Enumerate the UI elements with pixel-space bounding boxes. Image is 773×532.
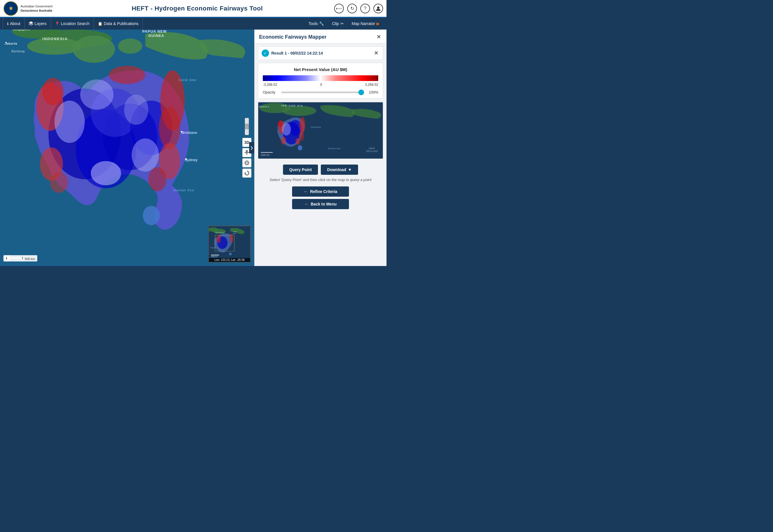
svg-text:Ocean: Ocean <box>210 247 216 249</box>
color-scale-section: Net Present Value (AU $M) -3,268.52 0 3,… <box>258 63 383 99</box>
thumbnail-map: Jakarta a IND ONE SIA Tasman Sea Coral S… <box>258 102 383 159</box>
svg-point-27 <box>124 95 148 125</box>
svg-point-78 <box>281 137 286 145</box>
nav-about[interactable]: ℹ About <box>3 18 25 30</box>
svg-text:Brisbane: Brisbane <box>182 130 198 135</box>
svg-text:Coral Sea: Coral Sea <box>178 78 196 82</box>
layers-icon <box>29 21 33 26</box>
svg-point-77 <box>299 131 304 141</box>
svg-point-56 <box>230 234 233 243</box>
result-check-icon: ✓ <box>262 49 269 57</box>
svg-point-40 <box>185 158 187 160</box>
map-info-button[interactable]: i <box>3 255 10 261</box>
svg-point-22 <box>109 66 145 84</box>
app-header: ⚜ Australian Government Geoscience Austr… <box>0 0 386 18</box>
svg-text:2000 km: 2000 km <box>211 256 218 257</box>
result-check: ✓ Result 1 - 08/02/22 14:22:14 <box>262 49 323 57</box>
query-point-button[interactable]: Query Point <box>283 165 318 175</box>
opacity-row: Opacity 100% <box>263 90 378 94</box>
panel-expand-handle[interactable]: ❯ <box>249 142 254 153</box>
svg-text:Tasman Sea: Tasman Sea <box>328 147 340 150</box>
scale-max-label: 3,268.52 <box>365 83 378 87</box>
map-area[interactable]: Singapore Jakarta Bandung INDONESIA PAPU… <box>0 30 254 266</box>
app-title: HEFT - Hydrogen Economic Fairways Tool <box>60 5 334 12</box>
svg-text:NEW: NEW <box>369 147 375 150</box>
svg-text:Coral: Coral <box>233 230 237 232</box>
logo-text: Australian Government Geoscience Austral… <box>20 4 53 13</box>
svg-point-25 <box>132 138 159 172</box>
publications-icon: 📋 <box>98 22 102 26</box>
back-to-menu-button[interactable]: ← Back to Menu <box>292 199 349 209</box>
svg-text:Sydney: Sydney <box>184 158 198 162</box>
panel-close-button[interactable]: ✕ <box>375 34 382 40</box>
svg-text:Sea: Sea <box>233 232 236 234</box>
color-scale-title: Net Present Value (AU $M) <box>263 67 378 72</box>
svg-text:PAPUA NEW: PAPUA NEW <box>142 30 167 34</box>
location-icon: 📍 <box>55 22 59 26</box>
svg-point-76 <box>300 117 305 133</box>
svg-point-55 <box>217 235 221 243</box>
result-item: ✓ Result 1 - 08/02/22 14:22:14 ✕ <box>258 46 383 60</box>
svg-point-2 <box>377 7 379 9</box>
navbar: ℹ About Layers 📍 Location Search 📋 Data … <box>0 18 386 30</box>
nav-data-publications[interactable]: 📋 Data & Publications <box>94 18 143 30</box>
download-arrow-icon: ▼ <box>348 167 352 172</box>
svg-point-28 <box>143 206 160 225</box>
result-close-button[interactable]: ✕ <box>373 50 379 57</box>
secondary-buttons: ← Refine Criteria ← Back to Menu <box>258 186 383 209</box>
svg-point-39 <box>181 131 182 132</box>
government-crest: ⚜ <box>3 1 18 16</box>
svg-text:INDONESIA: INDONESIA <box>215 232 225 233</box>
svg-point-19 <box>148 167 167 191</box>
download-button[interactable]: Download ▼ <box>321 165 358 175</box>
svg-text:Bandung: Bandung <box>11 49 24 53</box>
narrator-icon: ▶ <box>377 21 380 26</box>
nav-layers[interactable]: Layers <box>25 18 51 30</box>
result-label: Result 1 - 08/02/22 14:22:14 <box>271 51 323 55</box>
user-icon[interactable] <box>373 4 383 13</box>
scale-min-label: -3,268.52 <box>263 83 277 87</box>
map-coordinates: Lon: 133.13, Lat: -28.58 <box>209 258 250 262</box>
svg-point-24 <box>80 79 113 109</box>
query-hint: Select 'Query Point' and then click on t… <box>258 178 383 182</box>
svg-text:Jakarta a: Jakarta a <box>259 105 269 108</box>
mini-map: Ocean INDONESIA Coral Sea 2000 km Lon: 1… <box>208 226 251 263</box>
main-content: Singapore Jakarta Bandung INDONESIA PAPU… <box>0 30 386 266</box>
svg-text:ZEALAND: ZEALAND <box>366 150 378 153</box>
map-globe-button[interactable] <box>242 158 252 167</box>
back-arrow-icon: ← <box>304 202 308 206</box>
refine-arrow-icon: ← <box>304 189 308 194</box>
nav-location-search[interactable]: 📍 Location Search <box>51 18 94 30</box>
nav-tools[interactable]: Tools 🔧 <box>305 18 328 30</box>
refresh-icon[interactable]: ↻ <box>347 4 357 13</box>
svg-point-15 <box>42 78 64 105</box>
svg-text:GUINEA: GUINEA <box>148 34 164 38</box>
header-icons: ⟵ ↻ ? <box>334 4 383 13</box>
clip-icon: ✂ <box>340 21 344 26</box>
map-reset-button[interactable] <box>242 169 252 178</box>
svg-point-17 <box>159 107 180 149</box>
svg-point-26 <box>91 161 121 185</box>
svg-point-7 <box>72 36 115 63</box>
opacity-slider[interactable] <box>281 92 364 93</box>
back-icon[interactable]: ⟵ <box>334 4 344 13</box>
nav-clip[interactable]: Clip ✂ <box>328 18 348 30</box>
svg-text:Tasman Sea: Tasman Sea <box>172 188 194 192</box>
refine-criteria-button[interactable]: ← Refine Criteria <box>292 186 349 197</box>
svg-text:Singapore: Singapore <box>13 30 30 31</box>
svg-text:2000 km: 2000 km <box>261 154 270 156</box>
logo-area: ⚜ Australian Government Geoscience Austr… <box>3 1 60 16</box>
panel-header: Economic Fairways Mapper ✕ <box>255 30 386 43</box>
nav-map-narrator[interactable]: Map Narrator ▶ <box>348 18 384 30</box>
help-icon[interactable]: ? <box>360 4 370 13</box>
svg-point-80 <box>282 123 291 136</box>
svg-rect-86 <box>261 152 273 153</box>
svg-point-42 <box>5 42 7 43</box>
tools-icon: 🔧 <box>319 21 324 26</box>
color-gradient-bar <box>263 75 378 81</box>
opacity-value: 100% <box>367 90 378 94</box>
opacity-label: Opacity <box>263 90 279 94</box>
scale-mid-label: 0 <box>320 83 322 87</box>
svg-point-81 <box>298 145 302 150</box>
svg-point-79 <box>296 138 300 145</box>
